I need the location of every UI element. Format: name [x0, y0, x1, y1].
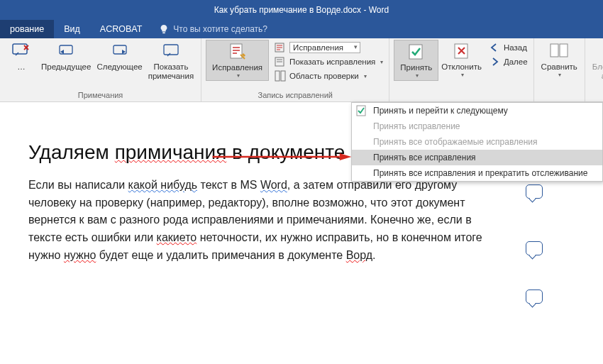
ribbon: … Предыдущее Следующее Показать примечан… — [0, 38, 603, 102]
accept-icon — [406, 42, 426, 62]
prev-note-label: Предыдущее — [41, 62, 91, 72]
group-track-label: Запись исправлений — [206, 89, 385, 101]
tab-view[interactable]: Вид — [54, 20, 90, 38]
accept-dropdown: Принять и перейти к следующему Принять и… — [351, 102, 603, 182]
display-mode-icon — [275, 42, 286, 53]
comment-indicator[interactable] — [526, 241, 543, 255]
prev-note-button[interactable]: Предыдущее — [38, 40, 94, 73]
group-track: Исправления ▾ Исправления Показать испра… — [201, 38, 389, 101]
annotation-arrow — [199, 153, 365, 160]
compare-label: Сравнить — [541, 62, 577, 72]
track-changes-button[interactable]: Исправления ▾ — [206, 40, 269, 81]
show-notes-icon — [161, 41, 181, 61]
compare-icon — [549, 41, 569, 61]
svg-rect-13 — [560, 44, 568, 57]
show-notes-label: Показать примечания — [148, 62, 194, 81]
dropdown-accept-shown: Принять все отображаемые исправления — [352, 134, 602, 150]
svg-rect-9 — [281, 71, 285, 81]
svg-rect-3 — [114, 45, 126, 54]
chevron-down-icon: ▾ — [364, 73, 367, 79]
back-icon — [489, 42, 500, 53]
svg-rect-0 — [163, 32, 166, 33]
accept-label: Принять — [400, 63, 432, 72]
next-note-button[interactable]: Следующее — [94, 40, 145, 73]
ribbon-tabs: рование Вид ACROBAT Что вы хотите сделат… — [0, 20, 603, 38]
svg-marker-20 — [340, 153, 352, 160]
forward-icon — [489, 56, 500, 67]
document-paragraph: Если вы написали какой нибудь текст в MS… — [28, 177, 497, 265]
dropdown-accept-all[interactable]: Принять все исправления — [352, 150, 602, 165]
track-label: Исправления — [212, 63, 262, 72]
reject-button[interactable]: Отклонить ▾ — [438, 40, 485, 79]
comment-indicator[interactable] — [526, 289, 543, 304]
prev-note-icon — [56, 41, 76, 61]
lightbulb-icon — [159, 24, 169, 34]
block-authors-label: Блокировать авторов — [592, 62, 603, 81]
comment-indicator[interactable] — [526, 184, 543, 199]
chevron-down-icon: ▾ — [380, 59, 383, 65]
block-authors-button[interactable]: Блокировать авторов — [590, 40, 603, 82]
accept-button[interactable]: Принять ▾ — [394, 40, 438, 81]
show-notes-button[interactable]: Показать примечания — [145, 40, 197, 82]
group-protect: Блокировать авторов Ог реда — [585, 38, 603, 101]
titlebar: Как убрать примечание в Ворде.docx - Wor… — [0, 0, 603, 20]
dropdown-accept-next[interactable]: Принять и перейти к следующему — [352, 103, 602, 118]
window-title: Как убрать примечание в Ворде.docx - Wor… — [214, 5, 389, 15]
svg-rect-4 — [164, 45, 178, 55]
group-notes-label: Примечания — [4, 89, 197, 101]
group-notes: … Предыдущее Следующее Показать примечан… — [0, 38, 201, 101]
tellme-placeholder: Что вы хотите сделать? — [173, 24, 267, 34]
svg-rect-8 — [275, 71, 280, 81]
delete-note-button[interactable]: … — [4, 40, 38, 73]
chevron-down-icon: ▾ — [237, 72, 240, 79]
forward-label: Далее — [504, 57, 528, 66]
accept-small-icon — [356, 105, 367, 116]
review-area-label: Область проверки — [289, 72, 359, 80]
change-back-button[interactable]: Назад — [487, 41, 529, 54]
next-note-icon — [110, 41, 130, 61]
svg-rect-5 — [231, 44, 242, 58]
track-icon — [228, 42, 248, 62]
dropdown-accept-change: Принять исправление — [352, 118, 602, 134]
review-area-icon — [275, 70, 286, 82]
tab-review[interactable]: рование — [0, 20, 54, 38]
chevron-down-icon: ▾ — [416, 72, 419, 79]
group-compare: Сравнить ▾ — [534, 38, 585, 101]
svg-rect-12 — [551, 44, 558, 57]
svg-rect-18 — [357, 106, 365, 116]
show-fixes-icon — [275, 56, 286, 67]
compare-button[interactable]: Сравнить ▾ — [538, 40, 580, 79]
reject-icon — [452, 41, 472, 61]
group-changes: Принять ▾ Отклонить ▾ Назад Далее — [389, 38, 533, 101]
tellme-search[interactable]: Что вы хотите сделать? — [152, 20, 275, 38]
show-fixes-label: Показать исправления — [289, 57, 375, 66]
display-mode-combo[interactable]: Исправления — [273, 41, 385, 54]
back-label: Назад — [504, 43, 527, 52]
note-delete-icon — [11, 41, 31, 61]
show-fixes-button[interactable]: Показать исправления▾ — [273, 55, 385, 68]
next-note-label: Следующее — [96, 62, 142, 72]
svg-rect-10 — [409, 45, 422, 59]
review-area-button[interactable]: Область проверки▾ — [273, 70, 385, 82]
change-forward-button[interactable]: Далее — [487, 55, 529, 68]
svg-rect-2 — [60, 45, 72, 54]
dropdown-accept-all-stop[interactable]: Принять все исправления и прекратить отс… — [352, 165, 602, 181]
reject-label: Отклонить — [441, 62, 482, 72]
chevron-down-icon: ▾ — [558, 72, 561, 78]
tab-acrobat[interactable]: ACROBAT — [90, 20, 153, 38]
chevron-down-icon: ▾ — [461, 72, 464, 78]
display-mode-value: Исправления — [289, 42, 360, 53]
